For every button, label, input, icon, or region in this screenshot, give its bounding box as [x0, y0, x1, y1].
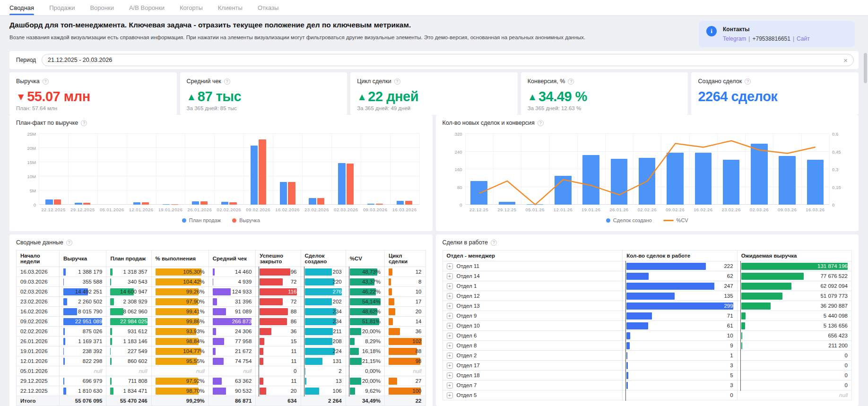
legend-item[interactable]: План продаж — [182, 217, 221, 223]
bar-выручка[interactable] — [229, 202, 236, 205]
help-icon[interactable]: ? — [568, 78, 574, 85]
expand-icon[interactable]: + — [447, 293, 453, 299]
cell-bar-fill — [389, 318, 393, 325]
expand-icon[interactable]: + — [447, 392, 453, 398]
table-row[interactable]: 16.02.20268 015 7908 062 96099,41%91 089… — [17, 307, 426, 317]
bar-план-продаж[interactable] — [163, 204, 170, 205]
tab-svodnaya[interactable]: Сводная — [9, 0, 34, 15]
expand-icon[interactable]: + — [447, 363, 453, 369]
expand-icon[interactable]: + — [447, 343, 453, 349]
help-icon[interactable]: ? — [538, 120, 544, 126]
tab-kogorty[interactable]: Когорты — [180, 0, 203, 15]
telegram-link[interactable]: Telegram — [723, 35, 746, 42]
help-icon[interactable]: ? — [745, 78, 751, 85]
legend-item[interactable]: Сделок создано — [606, 217, 652, 223]
table-row[interactable]: 26.01.20261 169 3711 183 14698,84%77 958… — [17, 337, 426, 346]
table-row[interactable]: +Отдел 1329936 290 887 — [443, 301, 852, 311]
table-row[interactable]: 09.03.2026355 588340 543104,42%4 9397222… — [17, 277, 426, 287]
tab-prodazhi[interactable]: Продажи — [49, 0, 75, 15]
bar-выручка[interactable] — [83, 203, 90, 205]
bar-план-продаж[interactable] — [338, 163, 345, 205]
bar-план-продаж[interactable] — [280, 182, 287, 205]
deals-count-cell: 62 — [623, 271, 737, 281]
table-row[interactable]: 16.03.20261 388 1791 318 357105,30%14 46… — [17, 267, 426, 277]
table-row[interactable]: 02.02.2026875 026931 61293,93%24 3063621… — [17, 327, 426, 337]
scrollbar[interactable] — [864, 53, 867, 83]
tab-ab-voronki[interactable]: А/В Воронки — [129, 0, 165, 15]
table-row[interactable]: +Отдел 146277 676 522 — [443, 271, 852, 281]
legend-item[interactable]: Выручка — [232, 217, 260, 223]
expand-icon[interactable]: + — [447, 382, 453, 389]
help-icon[interactable]: ? — [81, 120, 87, 126]
table-row[interactable]: 12.01.2026822 298860 60295,55%74 7541113… — [17, 356, 426, 366]
expand-icon[interactable]: + — [447, 333, 453, 339]
table-row[interactable]: +Отдел 50null — [443, 390, 852, 400]
tab-klienty[interactable]: Клиенты — [218, 0, 243, 15]
bar-план-продаж[interactable] — [367, 204, 374, 205]
expand-icon[interactable]: + — [447, 303, 453, 309]
expand-icon[interactable]: + — [447, 263, 453, 269]
table-row[interactable]: 02.03.202614 492 25114 600 94799,26%124 … — [17, 287, 426, 297]
cell-value: 266 873 — [232, 319, 252, 324]
bar-выручка[interactable] — [405, 201, 412, 205]
expand-icon[interactable]: + — [447, 273, 453, 279]
table-row[interactable]: +Отдел 1213551 079 773 — [443, 291, 852, 301]
table-row[interactable]: +Отдел 124762 092 094 — [443, 281, 852, 291]
expand-icon[interactable]: + — [447, 313, 453, 319]
tab-otkazy[interactable]: Отказы — [258, 0, 278, 15]
total-cell: 634 — [256, 396, 301, 406]
table-row[interactable]: +Отдел 89211 200 — [443, 341, 852, 351]
bar-выручка[interactable] — [347, 164, 354, 205]
help-icon[interactable]: ? — [224, 78, 230, 85]
site-link[interactable]: Сайт — [797, 35, 810, 42]
table-row[interactable]: 29.12.2025696 979711 80897,92%63 3621113… — [17, 376, 426, 386]
help-icon[interactable]: ? — [491, 240, 497, 246]
table-row[interactable]: 23.02.20262 260 5022 308 92997,90%31 396… — [17, 297, 426, 307]
bar-выручка[interactable] — [54, 199, 61, 205]
bar-план-продаж[interactable] — [397, 201, 404, 205]
clear-icon[interactable]: × — [843, 57, 848, 64]
table-row[interactable]: +Отдел 1730 — [443, 361, 852, 371]
bar-выручка[interactable] — [171, 204, 178, 205]
expand-icon[interactable]: + — [447, 323, 453, 329]
bar-выручка[interactable] — [142, 202, 149, 205]
table-row[interactable]: +Отдел 730 — [443, 380, 852, 390]
expand-icon[interactable]: + — [447, 283, 453, 289]
bar-выручка[interactable] — [200, 201, 208, 205]
table-row[interactable]: 22.12.20251 810 6301 834 47198,70%90 532… — [17, 386, 426, 396]
help-icon[interactable]: ? — [66, 240, 72, 246]
bar-план-продаж[interactable] — [192, 201, 199, 205]
bar-план-продаж[interactable] — [251, 146, 258, 205]
cell-bar-fill — [213, 388, 226, 395]
bar-план-продаж[interactable] — [75, 203, 82, 205]
help-icon[interactable]: ? — [43, 78, 49, 85]
table-row[interactable]: +Отдел 610656 423 — [443, 331, 852, 341]
table-row[interactable]: +Отдел 1850 — [443, 371, 852, 380]
bar-выручка[interactable] — [288, 182, 295, 205]
bar-план-продаж[interactable] — [45, 199, 52, 205]
bar-план-продаж[interactable] — [221, 202, 228, 205]
table-row[interactable]: +Отдел 10615 136 656 — [443, 321, 852, 331]
week-start-cell: 26.01.2026 — [17, 337, 60, 346]
expand-icon[interactable]: + — [447, 353, 453, 359]
table-row[interactable]: +Отдел 11222131 874 196 — [443, 261, 852, 271]
department: +Отдел 9 — [447, 313, 619, 319]
bar-план-продаж[interactable] — [133, 202, 140, 205]
kpi-title-text: Цикл сделки — [357, 78, 391, 85]
bar-выручка[interactable] — [376, 204, 383, 205]
bar-выручка[interactable] — [317, 198, 324, 205]
tab-voronki[interactable]: Воронки — [90, 0, 114, 15]
help-icon[interactable]: ? — [394, 78, 400, 85]
data-cell: 51,81% — [346, 317, 384, 327]
data-cell: 72 — [256, 297, 301, 307]
legend-item[interactable]: %CV — [663, 217, 688, 223]
period-input[interactable]: 21.12.2025 - 20.03.2026 × — [42, 54, 854, 66]
table-row[interactable]: 09.02.202622 951 08922 984 02599,86%266 … — [17, 317, 426, 327]
bar-план-продаж[interactable] — [309, 198, 316, 205]
bar-выручка[interactable] — [259, 139, 266, 205]
expand-icon[interactable]: + — [447, 372, 453, 379]
table-row[interactable]: +Отдел 9715 440 098 — [443, 311, 852, 321]
table-row[interactable]: +Отдел 210 — [443, 351, 852, 361]
table-row[interactable]: 05.01.2026nullnullnullnull020,00%null — [17, 366, 426, 376]
table-row[interactable]: 19.01.2026238 392227 549104,77%21 672112… — [17, 346, 426, 356]
